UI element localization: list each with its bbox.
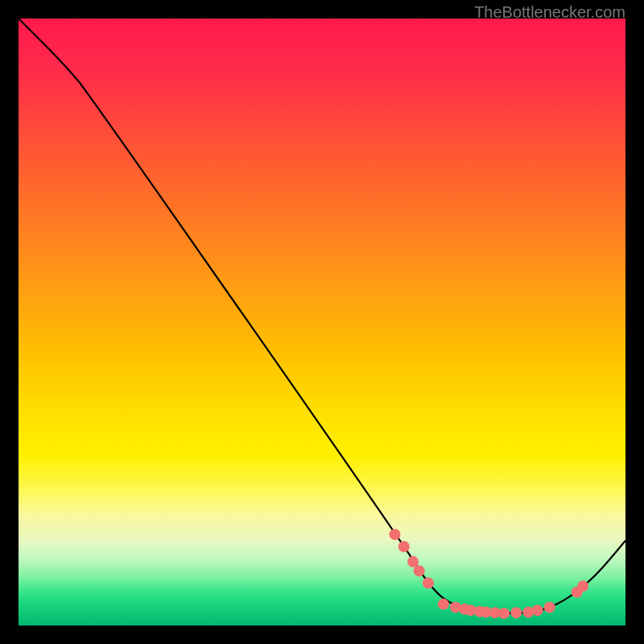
data-marker: [389, 529, 400, 540]
chart-markers: [389, 529, 588, 619]
data-marker: [532, 605, 543, 616]
data-marker: [544, 601, 555, 613]
data-marker: [577, 580, 588, 592]
data-marker: [498, 608, 510, 619]
data-marker: [398, 541, 410, 552]
data-marker: [510, 607, 522, 618]
watermark-text: TheBottlenecker.com: [474, 3, 625, 22]
data-marker: [438, 599, 449, 610]
data-marker: [414, 565, 425, 576]
data-marker: [423, 577, 434, 588]
chart-svg: [19, 19, 625, 625]
chart-plot-area: [19, 19, 625, 625]
chart-line-series: [19, 19, 625, 613]
curve-path: [19, 19, 625, 613]
